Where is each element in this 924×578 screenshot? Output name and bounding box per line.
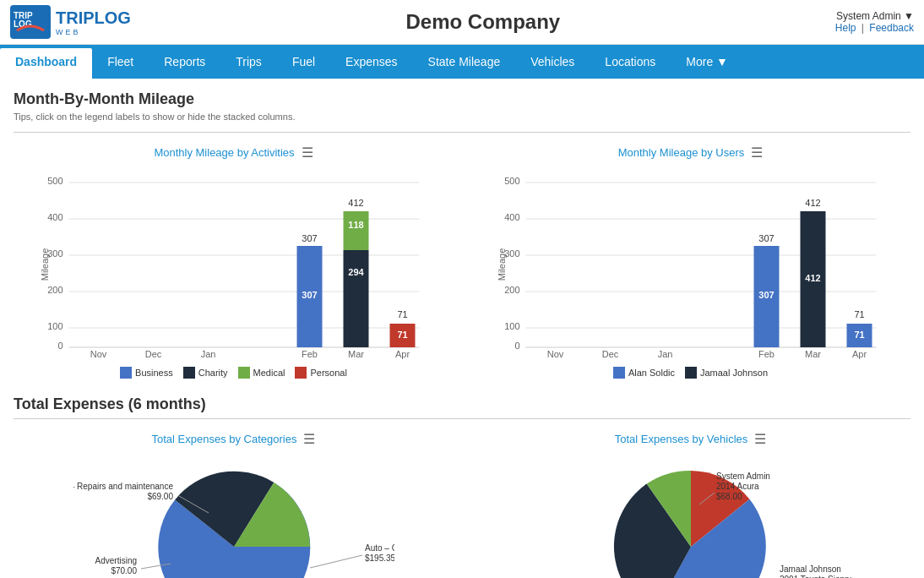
bar-mar-medical	[344, 211, 369, 250]
nav-item-locations[interactable]: Locations	[590, 45, 671, 79]
legend-jamaal[interactable]: Jamaal Johnson	[685, 367, 768, 379]
legend-business-color	[120, 367, 132, 379]
user-area: System Admin ▼ Help | Feedback	[835, 10, 914, 34]
svg-text:$69.00: $69.00	[147, 492, 173, 501]
svg-text:0: 0	[514, 341, 519, 351]
help-link[interactable]: Help	[835, 22, 856, 34]
svg-text:Dec: Dec	[602, 349, 619, 359]
mileage-charts-row: Monthly Mileage by Activities ☰ 500 400 …	[14, 144, 910, 379]
svg-text:Jan: Jan	[201, 349, 216, 359]
chart-activities: Monthly Mileage by Activities ☰ 500 400 …	[14, 144, 454, 379]
svg-text:200: 200	[47, 285, 63, 295]
content: Month-By-Month Mileage Tips, click on th…	[0, 79, 924, 578]
legend-business-label: Business	[135, 368, 173, 378]
separator: |	[861, 22, 864, 34]
nav-item-state-mileage[interactable]: State Mileage	[413, 45, 516, 79]
expenses-charts-row: Total Expenses by Categories ☰	[14, 431, 910, 578]
section-mileage-title: Month-By-Month Mileage	[14, 90, 910, 108]
svg-text:$68.00: $68.00	[716, 492, 742, 501]
divider-1	[14, 132, 910, 133]
legend-alan-label: Alan Soldic	[628, 368, 675, 378]
chart-activities-svg: 500 400 300 200 100 0 Mi	[14, 167, 454, 362]
nav-item-dashboard[interactable]: Dashboard	[0, 48, 92, 79]
svg-text:$70.00: $70.00	[111, 566, 137, 575]
svg-text:71: 71	[854, 309, 864, 319]
svg-text:294: 294	[348, 267, 364, 277]
chart-activities-title: Monthly Mileage by Activities ☰	[14, 144, 454, 161]
chart-users-area: 500 400 300 200 100 0 Mileage	[470, 167, 910, 362]
legend-jamaal-label: Jamaal Johnson	[700, 368, 768, 378]
chart-expenses-categories: Total Expenses by Categories ☰	[14, 431, 454, 578]
chart-expenses-cat-menu-icon[interactable]: ☰	[303, 431, 315, 447]
chart-activities-menu-icon[interactable]: ☰	[302, 144, 313, 161]
nav: DashboardFleetReportsTripsFuelExpensesSt…	[0, 45, 924, 79]
svg-text:0: 0	[57, 341, 63, 351]
svg-text:307: 307	[302, 233, 317, 243]
legend-medical[interactable]: Medical	[238, 367, 285, 379]
svg-text:100: 100	[504, 321, 519, 331]
chart-expenses-veh-svg: System Admin 2014 Acura $68.00 Jamaal Jo…	[530, 454, 851, 578]
legend-charity-label: Charity	[198, 368, 228, 378]
svg-text:500: 500	[47, 176, 63, 186]
section-mileage-tip: Tips, click on the legend labels to show…	[14, 112, 910, 122]
svg-text:412: 412	[805, 198, 820, 208]
feedback-link[interactable]: Feedback	[869, 22, 914, 34]
svg-text:Mar: Mar	[348, 349, 364, 359]
svg-text:Dec: Dec	[145, 349, 162, 359]
nav-item-fuel[interactable]: Fuel	[277, 45, 330, 79]
bar-mar-charity	[344, 250, 369, 347]
legend-personal[interactable]: Personal	[295, 367, 346, 379]
nav-item-fleet[interactable]: Fleet	[92, 45, 149, 79]
car-icon: TRIP LOG	[12, 7, 49, 37]
nav-item-expenses[interactable]: Expenses	[330, 45, 412, 79]
svg-text:Jan: Jan	[658, 349, 673, 359]
chart-users-svg: 500 400 300 200 100 0 Mileage	[470, 167, 910, 362]
legend-personal-label: Personal	[310, 368, 346, 378]
logo-sub: WEB	[56, 28, 131, 36]
svg-text:$195.35: $195.35	[365, 553, 394, 563]
svg-text:400: 400	[504, 212, 519, 222]
svg-text:Nov: Nov	[547, 349, 564, 359]
legend-charity-color	[183, 367, 195, 379]
legend-business[interactable]: Business	[120, 367, 173, 379]
company-title: Demo Company	[131, 10, 835, 34]
svg-text:200: 200	[504, 285, 519, 295]
nav-item-vehicles[interactable]: Vehicles	[515, 45, 590, 79]
legend-charity[interactable]: Charity	[183, 367, 228, 379]
user-name[interactable]: System Admin ▼	[835, 10, 914, 22]
svg-text:Mar: Mar	[805, 349, 821, 359]
svg-text:Apr: Apr	[395, 349, 410, 359]
legend-alan-color	[613, 367, 625, 379]
svg-text:300: 300	[47, 248, 63, 259]
nav-item-trips[interactable]: Trips	[220, 45, 277, 79]
svg-text:100: 100	[47, 321, 63, 331]
svg-text:Auto – Gasoline/diesel: Auto – Gasoline/diesel	[365, 543, 394, 553]
section-expenses: Total Expenses (6 months) Total Expenses…	[14, 395, 910, 578]
nav-item-reports[interactable]: Reports	[149, 45, 220, 79]
svg-text:Nov: Nov	[90, 349, 107, 359]
svg-text:400: 400	[47, 212, 63, 222]
legend-alan[interactable]: Alan Soldic	[613, 367, 675, 379]
svg-text:71: 71	[397, 330, 407, 340]
chart-activities-legend: Business Charity Medical Personal	[14, 367, 454, 379]
legend-jamaal-color	[685, 367, 697, 379]
svg-line-59	[310, 555, 362, 568]
logo-text-block: TRIPLOG WEB	[56, 8, 131, 36]
section-mileage: Month-By-Month Mileage Tips, click on th…	[14, 90, 910, 379]
svg-text:71: 71	[397, 309, 407, 319]
chart-expenses-cat-svg: Auto – Repairs and maintenance $69.00 Au…	[73, 454, 394, 578]
svg-text:Auto – Repairs and maintenance: Auto – Repairs and maintenance	[73, 482, 173, 491]
section-expenses-title: Total Expenses (6 months)	[14, 395, 910, 413]
svg-text:Feb: Feb	[302, 349, 318, 359]
svg-text:Mileage: Mileage	[40, 248, 50, 281]
svg-text:71: 71	[854, 330, 864, 340]
logo-icon: TRIP LOG	[10, 5, 51, 39]
legend-medical-color	[238, 367, 250, 379]
chart-expenses-cat-area: Auto – Repairs and maintenance $69.00 Au…	[14, 454, 454, 578]
svg-text:Mileage: Mileage	[497, 248, 507, 281]
chart-users-menu-icon[interactable]: ☰	[751, 144, 763, 161]
chart-expenses-veh-menu-icon[interactable]: ☰	[754, 431, 766, 447]
svg-text:Apr: Apr	[852, 349, 867, 359]
nav-item-more-[interactable]: More ▼	[671, 45, 743, 79]
svg-text:2001 Toyota Sienna: 2001 Toyota Sienna	[780, 575, 851, 578]
